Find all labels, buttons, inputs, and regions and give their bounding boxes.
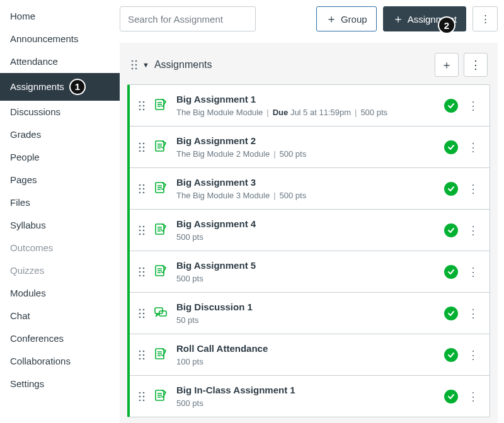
nav-item-attendance[interactable]: Attendance (0, 50, 120, 73)
published-check-icon[interactable] (444, 99, 458, 113)
svg-point-8 (139, 104, 141, 106)
svg-point-16 (143, 146, 145, 148)
assignment-icon (154, 139, 168, 155)
svg-point-37 (143, 271, 145, 273)
group-title: Assignments (154, 59, 212, 70)
assignment-meta: The Big Module 2 Module|500 pts (176, 149, 435, 159)
assignment-row[interactable]: Big Assignment 4500 pts⋮ (130, 210, 490, 251)
svg-point-50 (143, 350, 145, 352)
nav-item-discussions[interactable]: Discussions (0, 101, 120, 123)
svg-point-29 (139, 229, 141, 231)
row-more-button[interactable]: ⋮ (467, 308, 479, 319)
assignment-meta: 500 pts (176, 274, 435, 283)
row-more-button[interactable]: ⋮ (467, 225, 479, 236)
nav-item-label: Modules (10, 288, 46, 299)
nav-item-pages[interactable]: Pages (0, 169, 120, 191)
svg-point-28 (143, 225, 145, 227)
svg-point-10 (139, 108, 141, 110)
nav-item-home[interactable]: Home (0, 5, 120, 28)
drag-handle-icon[interactable] (139, 392, 145, 402)
nav-item-label: Conferences (10, 333, 64, 344)
svg-point-53 (139, 358, 141, 359)
toolbar: ＋ Group ＋ Assignment ⋮ 2 (120, 6, 498, 31)
svg-point-0 (132, 60, 134, 62)
nav-item-people[interactable]: People (0, 146, 120, 169)
nav-item-files[interactable]: Files (0, 191, 120, 214)
assignment-row[interactable]: Big Discussion 150 pts⋮ (130, 293, 490, 334)
published-check-icon[interactable] (444, 390, 458, 403)
group-header[interactable]: ▼ Assignments ＋ ⋮ (127, 50, 490, 84)
add-group-button[interactable]: ＋ Group (316, 6, 377, 31)
row-body: Roll Call Attendance100 pts (176, 343, 435, 366)
nav-item-assignments[interactable]: Assignments1 (0, 73, 120, 101)
assignment-row[interactable]: Big Assignment 3The Big Module 3 Module|… (130, 168, 490, 210)
published-check-icon[interactable] (444, 265, 458, 279)
nav-item-conferences[interactable]: Conferences (0, 327, 120, 350)
nav-item-label: Announcements (10, 33, 78, 45)
svg-point-52 (143, 354, 145, 356)
svg-point-60 (139, 399, 141, 401)
drag-handle-icon[interactable] (131, 60, 137, 70)
group-add-button[interactable]: ＋ (435, 53, 459, 77)
drag-handle-icon[interactable] (139, 101, 145, 111)
drag-handle-icon[interactable] (139, 225, 145, 235)
published-check-icon[interactable] (444, 307, 458, 320)
nav-item-grades[interactable]: Grades (0, 123, 120, 146)
assignment-meta: 500 pts (176, 232, 435, 242)
assignment-list: Big Assignment 1The Big Module Module|Du… (127, 84, 490, 417)
drag-handle-icon[interactable] (139, 308, 145, 319)
nav-item-quizzes[interactable]: Quizzes (0, 259, 120, 282)
drag-handle-icon[interactable] (139, 184, 145, 194)
nav-item-chat[interactable]: Chat (0, 305, 120, 327)
drag-handle-icon[interactable] (139, 142, 145, 152)
assignment-row[interactable]: Big Assignment 2The Big Module 2 Module|… (130, 127, 490, 168)
published-check-icon[interactable] (444, 182, 458, 196)
row-body: Big In-Class Assignment 1500 pts (176, 385, 435, 408)
svg-point-42 (143, 308, 145, 310)
row-more-button[interactable]: ⋮ (467, 349, 479, 361)
drag-handle-icon[interactable] (139, 350, 145, 360)
nav-item-announcements[interactable]: Announcements (0, 28, 120, 50)
assignment-icon (154, 347, 168, 363)
row-more-button[interactable]: ⋮ (467, 183, 479, 195)
svg-point-43 (139, 312, 141, 314)
nav-item-label: Attendance (10, 56, 58, 67)
assignment-row[interactable]: Big Assignment 5500 pts⋮ (130, 251, 490, 293)
nav-item-label: Grades (10, 129, 41, 140)
published-check-icon[interactable] (444, 223, 458, 237)
drag-handle-icon[interactable] (139, 267, 145, 277)
svg-point-5 (135, 68, 137, 70)
published-check-icon[interactable] (444, 348, 458, 362)
search-input[interactable] (120, 6, 256, 31)
nav-item-label: Settings (10, 378, 44, 390)
assignments-panel: ▼ Assignments ＋ ⋮ Big Assignment 1The Bi… (120, 43, 498, 423)
row-more-button[interactable]: ⋮ (467, 100, 479, 111)
nav-item-label: Chat (10, 310, 30, 322)
nav-item-syllabus[interactable]: Syllabus (0, 214, 120, 237)
assignment-row[interactable]: Roll Call Attendance100 pts⋮ (130, 334, 490, 376)
nav-item-settings[interactable]: Settings (0, 373, 120, 395)
discussion-icon (154, 305, 168, 321)
group-more-button[interactable]: ⋮ (464, 53, 488, 77)
plus-icon: ＋ (392, 13, 404, 25)
svg-point-9 (143, 104, 145, 106)
svg-point-20 (139, 184, 141, 186)
assignment-title: Big Assignment 5 (176, 260, 435, 271)
published-check-icon[interactable] (444, 140, 458, 154)
assignment-icon (154, 98, 168, 113)
nav-item-outcomes[interactable]: Outcomes (0, 237, 120, 259)
caret-down-icon: ▼ (142, 61, 149, 69)
course-nav: HomeAnnouncementsAttendanceAssignments1D… (0, 0, 120, 423)
nav-item-collaborations[interactable]: Collaborations (0, 350, 120, 373)
svg-point-30 (143, 229, 145, 231)
assignment-icon (154, 264, 168, 279)
row-more-button[interactable]: ⋮ (467, 142, 479, 153)
assignment-row[interactable]: Big In-Class Assignment 1500 pts⋮ (130, 376, 490, 417)
nav-item-modules[interactable]: Modules (0, 282, 120, 305)
row-more-button[interactable]: ⋮ (467, 266, 479, 278)
toolbar-more-button[interactable]: ⋮ (472, 6, 498, 31)
svg-point-46 (143, 316, 145, 318)
assignment-row[interactable]: Big Assignment 1The Big Module Module|Du… (130, 85, 490, 127)
row-more-button[interactable]: ⋮ (467, 391, 479, 402)
callout-badge-2: 2 (438, 16, 455, 34)
